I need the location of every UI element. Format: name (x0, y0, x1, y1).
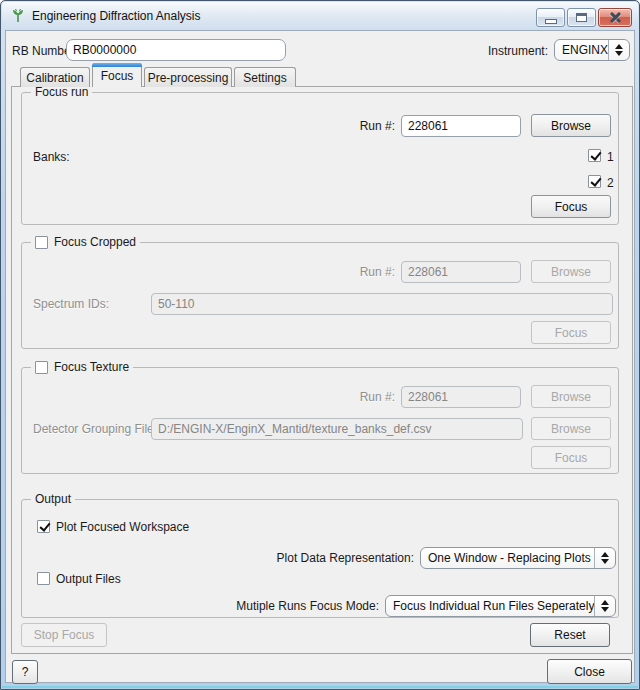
tab-label: Settings (243, 71, 286, 85)
minimize-button[interactable] (536, 8, 565, 27)
spinner-arrows-icon (594, 596, 615, 616)
focus-texture-group: Focus Texture Run #: Browse Detector Gro… (21, 367, 619, 474)
bank-1-checkbox[interactable] (588, 149, 601, 162)
multiple-runs-focus-mode-select[interactable]: Focus Individual Run Files Seperately (385, 595, 616, 617)
group-title-text: Focus run (35, 85, 88, 99)
focus-run-button[interactable]: Focus (531, 195, 611, 218)
browse-run-button[interactable]: Browse (531, 385, 611, 408)
spectrum-ids-label: Spectrum IDs: (33, 297, 109, 311)
bank-1-label: 1 (607, 150, 614, 164)
stop-focus-button[interactable]: Stop Focus (21, 623, 107, 647)
close-icon (609, 11, 622, 24)
detector-grouping-file-label: Detector Grouping File: (33, 422, 157, 436)
multiple-runs-focus-mode-value: Focus Individual Run Files Seperately (386, 596, 594, 616)
group-title-text: Focus Texture (54, 360, 129, 374)
minimize-icon (545, 19, 557, 24)
spectrum-ids-input[interactable] (151, 293, 613, 315)
focus-texture-checkbox[interactable] (35, 361, 48, 374)
run-number-label: Run #: (322, 265, 395, 279)
plot-data-representation-value: One Window - Replacing Plots (421, 548, 594, 568)
plot-focused-workspace-label: Plot Focused Workspace (56, 520, 189, 534)
maximize-button[interactable] (567, 8, 596, 27)
reset-button[interactable]: Reset (530, 623, 610, 647)
bank-2-label: 2 (607, 176, 614, 190)
group-title-text: Focus Cropped (54, 235, 136, 249)
browse-run-button[interactable]: Browse (531, 260, 611, 283)
spinner-arrows-icon (594, 548, 615, 568)
instrument-select[interactable]: ENGINX (554, 39, 630, 61)
mantid-app-icon (10, 8, 26, 24)
focus-run-group: Focus run Run #: Browse Banks: 1 2 Focus (21, 92, 619, 225)
detector-grouping-file-input[interactable] (151, 418, 523, 440)
focus-cropped-group: Focus Cropped Run #: Browse Spectrum IDs… (21, 242, 619, 349)
focus-texture-group-title: Focus Texture (31, 359, 133, 375)
instrument-value: ENGINX (555, 40, 608, 60)
tab-settings[interactable]: Settings (234, 67, 296, 87)
focus-cropped-button[interactable]: Focus (531, 321, 611, 344)
run-number-label: Run #: (322, 390, 395, 404)
rb-number-input[interactable] (66, 39, 286, 61)
banks-label: Banks: (33, 150, 70, 164)
tab-label: Focus (101, 69, 134, 83)
frame-bottom-highlight (2, 686, 638, 688)
browse-grouping-file-button[interactable]: Browse (531, 417, 611, 440)
run-number-input[interactable] (401, 115, 521, 137)
dialog-window: Engineering Diffraction Analysis RB Numb… (0, 0, 640, 690)
dialog-client-area: RB Number: Instrument: ENGINX Calibratio… (5, 30, 635, 683)
help-button[interactable]: ? (12, 660, 38, 684)
tab-label: Pre-processing (148, 71, 229, 85)
output-files-checkbox[interactable] (37, 572, 50, 585)
close-window-button[interactable] (598, 8, 632, 27)
run-number-input[interactable] (401, 386, 521, 408)
tab-pre-processing[interactable]: Pre-processing (144, 67, 232, 87)
output-files-label: Output Files (56, 572, 121, 586)
run-number-label: Run #: (322, 119, 395, 133)
plot-focused-workspace-checkbox[interactable] (37, 520, 50, 533)
output-group-title: Output (31, 491, 75, 507)
maximize-icon (576, 13, 587, 22)
tab-label: Calibration (26, 71, 83, 85)
plot-data-representation-select[interactable]: One Window - Replacing Plots (420, 547, 616, 569)
focus-cropped-checkbox[interactable] (35, 236, 48, 249)
browse-run-button[interactable]: Browse (531, 114, 611, 137)
plot-data-representation-label: Plot Data Representation: (162, 551, 414, 565)
bank-2-checkbox[interactable] (588, 175, 601, 188)
tab-focus[interactable]: Focus (92, 63, 142, 87)
group-title-text: Output (35, 492, 71, 506)
instrument-label: Instrument: (488, 44, 548, 58)
focus-texture-button[interactable]: Focus (531, 446, 611, 469)
output-group: Output Plot Focused Workspace Plot Data … (21, 499, 619, 618)
multiple-runs-focus-mode-label: Mutiple Runs Focus Mode: (127, 599, 379, 613)
focus-cropped-group-title: Focus Cropped (31, 234, 140, 250)
close-button[interactable]: Close (547, 659, 632, 684)
spinner-arrows-icon (608, 40, 629, 60)
run-number-input[interactable] (401, 261, 521, 283)
tab-calibration[interactable]: Calibration (20, 67, 90, 87)
window-title: Engineering Diffraction Analysis (32, 9, 201, 23)
